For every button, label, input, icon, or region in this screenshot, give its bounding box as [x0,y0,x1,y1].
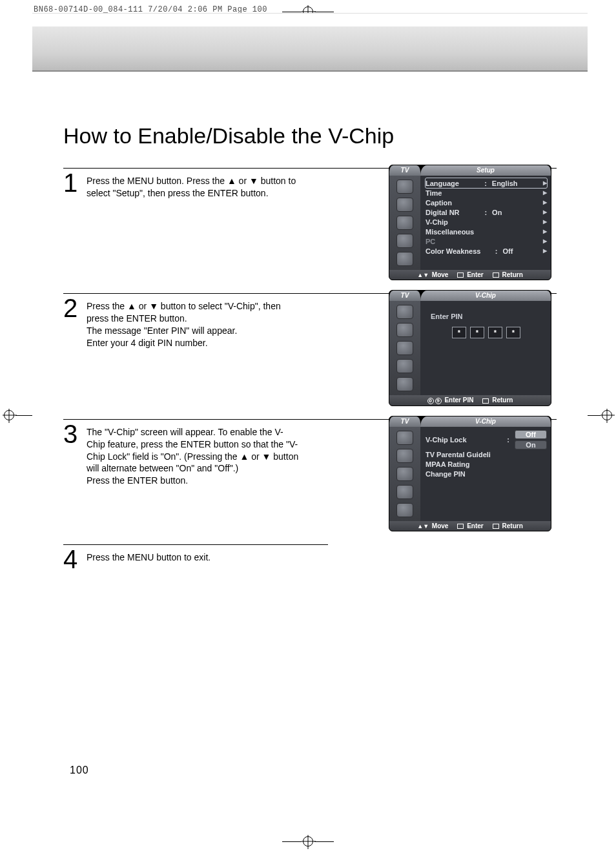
step-number: 1 [63,171,79,194]
osd-row-tvparental: TV Parental Guideli [426,450,547,460]
osd-row-misc: Miscellaneous▶ [426,227,547,236]
page-title: How to Enable/Disable the V-Chip [63,123,557,149]
osd-row-value: English [492,180,518,187]
osd-icon-column [389,176,420,270]
osd-list: V-Chip Lock : Off On TV Parental Guideli… [420,427,551,521]
osd-footer: ▲▼ Move Enter Return [389,270,551,280]
updown-icon: ▲▼ [417,523,429,529]
down-arrow-icon: ▼ [262,451,271,462]
osd-row-pc: PC▶ [426,236,547,246]
text: or [136,301,149,311]
osd-row-label: Color Weakness [426,247,480,255]
footer-enter: Enter [467,522,484,529]
crop-mark-left [4,410,35,420]
footer-move: Move [432,271,449,278]
footer-move: Move [432,522,449,529]
osd-footer: 09 Enter PIN Return [389,395,551,405]
osd-row-vchip: V-Chip▶ [426,217,547,227]
enter-icon [457,272,464,278]
step-number: 3 [63,422,79,446]
footer-return: Return [502,522,523,529]
right-arrow-icon: ▶ [543,229,547,234]
right-arrow-icon: ▶ [543,248,547,254]
colon: : [507,436,509,444]
step-number: 2 [63,296,79,320]
pin-digit: * [452,327,466,338]
page-number: 100 [70,765,89,776]
osd-category-icon [396,252,413,266]
text: or [236,176,249,186]
osd-row-label: Miscellaneous [426,228,474,236]
header-bar [32,26,588,72]
text: Enter your 4 digit PIN number. [87,338,208,348]
text: Press the MENU button. Press the [87,176,227,186]
text: or [249,451,262,462]
number-icon: 0 [427,398,434,404]
osd-category-icon [396,341,413,355]
osd-category-icon [396,323,413,337]
right-arrow-icon: ▶ [543,200,547,205]
osd-category-icon [396,216,413,230]
return-icon [493,272,499,278]
osd-tab-tv: TV [389,165,420,176]
osd-row-language: Language : English ▶ [426,178,547,188]
option-off: Off [515,430,547,439]
osd-vchip-menu: TV V-Chip V-Chip Lock [389,416,551,531]
osd-row-value: Off [503,247,529,255]
osd-row-vchip-lock: V-Chip Lock : Off On [426,429,547,450]
right-arrow-icon: ▶ [543,238,547,244]
step-body: Press the ▲ or ▼ button to select "V-Chi… [87,296,300,349]
step-body: The "V-Chip" screen will appear. To enab… [87,422,300,487]
footer-return: Return [502,271,523,278]
osd-row-mpaa: MPAA Rating [426,460,547,469]
return-icon [482,398,489,404]
osd-enter-pin: TV V-Chip Enter PIN [389,290,551,406]
osd-tab-title: V-Chip [420,416,551,427]
osd-category-icon [396,305,413,319]
updown-icon: ▲▼ [417,272,429,278]
text: Press the ENTER button. [87,475,188,486]
osd-row-caption: Caption▶ [426,198,547,207]
text: Press the [87,301,127,311]
osd-icon-column [389,301,420,395]
text: Press the MENU button to exit. [87,552,210,562]
enter-icon [457,524,464,529]
osd-row-label: Language [426,180,459,187]
pin-boxes: * * * * [426,327,547,338]
up-arrow-icon: ▲ [240,451,249,462]
up-arrow-icon: ▲ [127,301,136,311]
osd-tab-tv: TV [389,416,420,427]
osd-row-time: Time▶ [426,188,547,198]
return-icon [493,524,499,529]
osd-tab-tv: TV [389,291,420,301]
footer-return: Return [492,396,513,404]
osd-tab-title: Setup [420,165,551,176]
option-on: On [515,440,547,449]
osd-row-value: On [492,209,518,216]
number-icon: 9 [435,398,442,404]
step-number: 4 [63,548,79,571]
osd-category-icon [396,503,413,517]
osd-row-label: V-Chip Lock [426,436,467,444]
step-2: 2 Press the ▲ or ▼ button to select "V-C… [63,293,557,418]
colon: : [484,209,487,216]
footer-enterpin: Enter PIN [444,396,473,404]
right-arrow-icon: ▶ [543,209,547,215]
osd-category-icon [396,377,413,391]
osd-category-icon [396,431,413,445]
pin-digit: * [488,327,502,338]
osd-setup: TV Setup Language [389,165,551,280]
up-arrow-icon: ▲ [227,176,236,186]
osd-row-label: Digital NR [426,209,460,216]
down-arrow-icon: ▼ [149,301,158,311]
osd-tab-title: V-Chip [420,291,551,301]
pin-digit: * [470,327,484,338]
osd-list: Language : English ▶ Time▶ Caption▶ Digi… [420,176,551,270]
osd-list: Enter PIN * * * * [420,301,551,395]
osd-row-label: MPAA Rating [426,460,469,468]
osd-footer: ▲▼ Move Enter Return [389,521,551,531]
osd-row-label: V-Chip [426,218,448,226]
osd-category-icon [396,467,413,481]
colon: : [495,247,498,255]
page: How to Enable/Disable the V-Chip 1 Press… [32,13,588,827]
